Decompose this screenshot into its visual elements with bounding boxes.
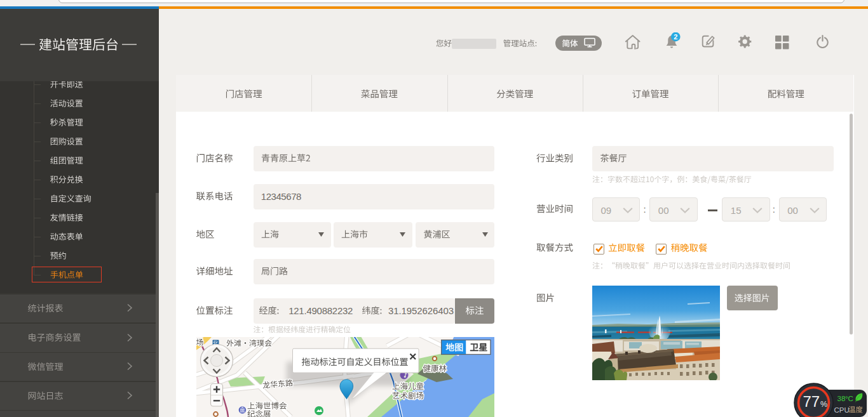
svg-text:2: 2	[674, 33, 677, 41]
